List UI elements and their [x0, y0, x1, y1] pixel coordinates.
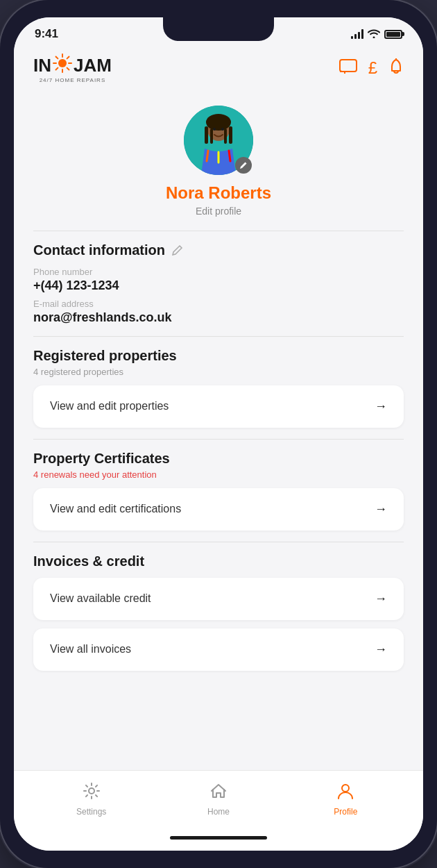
edit-pencil-icon[interactable]	[172, 244, 183, 258]
svg-point-18	[213, 128, 216, 131]
profile-label: Profile	[334, 807, 357, 817]
svg-point-13	[206, 114, 231, 131]
contact-section-title: Contact information	[33, 242, 165, 258]
battery-icon	[384, 30, 402, 39]
home-icon	[209, 782, 228, 804]
svg-rect-9	[340, 60, 357, 72]
user-name: Nora Roberts	[166, 183, 271, 203]
avatar-edit-button[interactable]	[235, 157, 252, 174]
invoices-title: Invoices & credit	[33, 553, 404, 569]
settings-icon	[83, 782, 101, 804]
email-value: nora@freshlands.co.uk	[33, 310, 404, 325]
properties-subtitle: 4 registered properties	[33, 367, 404, 377]
notch	[163, 17, 274, 41]
signal-bars-icon	[351, 29, 363, 39]
phone-label: Phone number	[33, 267, 404, 277]
arrow-right-icon-2: →	[375, 502, 387, 517]
svg-line-6	[67, 57, 69, 59]
home-label: Home	[207, 807, 230, 817]
view-certifications-label: View and edit certifications	[50, 503, 181, 515]
wifi-icon	[368, 28, 380, 40]
view-certifications-button[interactable]: View and edit certifications →	[33, 488, 404, 531]
svg-rect-16	[210, 128, 213, 144]
svg-line-5	[67, 68, 69, 70]
notification-bell-icon[interactable]	[388, 58, 404, 78]
certificates-section: Property Certificates 4 renewals need yo…	[14, 440, 423, 542]
arrow-right-icon: →	[375, 399, 387, 414]
chat-icon[interactable]	[339, 59, 357, 77]
invoices-section: Invoices & credit View available credit …	[14, 542, 423, 682]
bottom-nav: Settings Home Profile	[14, 770, 423, 836]
certificates-title: Property Certificates	[33, 451, 404, 467]
properties-section: Registered properties 4 registered prope…	[14, 337, 423, 439]
nav-settings[interactable]: Settings	[28, 782, 155, 817]
logo-tagline: 24/7 HOME REPAIRS	[33, 77, 112, 83]
view-properties-button[interactable]: View and edit properties →	[33, 385, 404, 428]
phone-screen: 9:41	[14, 17, 423, 851]
phone-frame: 9:41	[0, 0, 437, 868]
currency-icon[interactable]: £	[368, 60, 377, 76]
nav-profile[interactable]: Profile	[282, 782, 409, 817]
settings-label: Settings	[76, 807, 106, 817]
profile-section: Nora Roberts Edit profile	[14, 94, 423, 231]
logo-in-text: IN	[33, 56, 51, 76]
certificates-alert: 4 renewals need your attention	[33, 469, 404, 480]
phone-value: +(44) 123-1234	[33, 278, 404, 293]
header-icons: £	[339, 58, 404, 78]
svg-rect-15	[229, 126, 232, 144]
status-time: 9:41	[35, 27, 58, 41]
home-indicator	[170, 836, 267, 840]
logo-jam-text: JAM	[74, 56, 112, 76]
view-invoices-button[interactable]: View all invoices →	[33, 628, 404, 671]
app-logo: IN	[33, 53, 112, 83]
logo-sun-icon	[53, 53, 72, 77]
svg-point-21	[342, 785, 349, 792]
status-icons	[351, 28, 402, 40]
avatar-container	[184, 106, 253, 175]
app-header: IN	[14, 47, 423, 94]
edit-profile-link[interactable]: Edit profile	[196, 206, 241, 217]
properties-title: Registered properties	[33, 348, 404, 364]
view-invoices-label: View all invoices	[50, 643, 131, 656]
home-indicator-area	[14, 836, 423, 851]
view-credit-button[interactable]: View available credit →	[33, 578, 404, 620]
contact-section: Contact information Phone number +(44) 1…	[14, 231, 423, 336]
email-label: E-mail address	[33, 299, 404, 309]
svg-point-20	[89, 788, 94, 794]
svg-rect-17	[224, 128, 227, 144]
arrow-right-icon-4: →	[375, 642, 387, 657]
svg-line-4	[56, 57, 58, 59]
arrow-right-icon-3: →	[375, 592, 387, 606]
svg-point-8	[58, 59, 67, 67]
view-credit-label: View available credit	[50, 592, 151, 605]
profile-icon	[336, 782, 354, 804]
svg-line-7	[56, 68, 58, 70]
content-area: Nora Roberts Edit profile Contact inform…	[14, 94, 423, 770]
view-properties-label: View and edit properties	[50, 400, 169, 412]
nav-home[interactable]: Home	[155, 782, 282, 817]
svg-point-19	[221, 128, 224, 131]
svg-rect-14	[205, 126, 208, 144]
